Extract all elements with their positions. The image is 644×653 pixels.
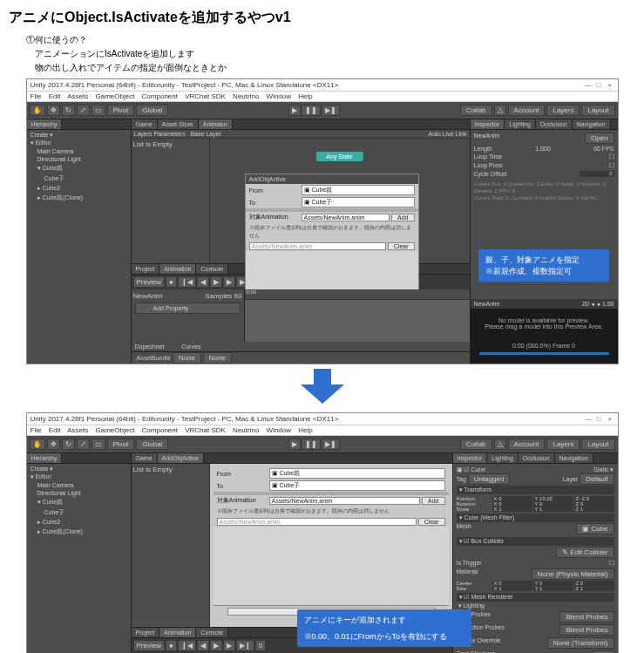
hierarchy-tab[interactable]: Hierarchy <box>27 119 63 129</box>
asset-bundle-dropdown[interactable]: None <box>173 352 201 364</box>
hierarchy-tab-2[interactable]: Hierarchy <box>27 453 63 463</box>
cycle-offset-field[interactable]: 0 <box>580 171 614 177</box>
global-toggle[interactable]: Global <box>136 439 168 450</box>
step-button[interactable]: ▶❚ <box>322 439 340 450</box>
maximize-button-2[interactable]: □ <box>594 415 603 423</box>
scene-editor[interactable]: ▾ Editor <box>31 139 127 147</box>
scale-tool-icon[interactable]: ⤢ <box>77 105 90 116</box>
play-button[interactable]: ▶ <box>288 105 301 116</box>
animation-tab[interactable]: Animation <box>159 264 196 274</box>
hand-tool-icon[interactable]: ✋ <box>30 439 45 450</box>
loop-pose-checkbox[interactable]: ☐ <box>609 162 614 169</box>
menu-vrcsdk[interactable]: VRChat SDK <box>185 92 226 100</box>
minimize-button[interactable]: — <box>584 81 593 89</box>
close-button[interactable]: × <box>606 81 614 89</box>
layers-button[interactable]: Layers <box>546 105 580 116</box>
occlusion-tab[interactable]: Occlusion <box>536 119 573 129</box>
from-field[interactable]: ▣ Cube親 <box>302 185 415 195</box>
pause-button[interactable]: ❚❚ <box>302 439 321 450</box>
animation-timeline[interactable]: 0:00 <box>245 289 470 342</box>
play-anim-icon[interactable]: ▶ <box>210 276 222 288</box>
preview-2d-toggle[interactable]: 2D <box>582 301 590 307</box>
loop-time-checkbox[interactable]: ☐ <box>609 153 614 160</box>
menu-window[interactable]: Window <box>267 92 291 100</box>
move-tool-icon[interactable]: ✥ <box>47 439 60 450</box>
layout-button[interactable]: Layout <box>581 105 614 116</box>
cloud-icon[interactable]: △ <box>494 439 506 450</box>
menu-file[interactable]: File <box>31 92 42 100</box>
edit-collider-button[interactable]: ✎ Edit Collider <box>556 547 613 558</box>
static-dropdown[interactable]: Static ▾ <box>593 466 613 473</box>
rotate-tool-icon[interactable]: ↻ <box>62 439 75 450</box>
global-toggle[interactable]: Global <box>136 105 168 116</box>
menu-component[interactable]: Component <box>142 92 178 100</box>
anim-extra-field[interactable]: Assets/NewAnim.anim <box>249 242 386 250</box>
clear-button[interactable]: Clear <box>388 242 415 250</box>
inspector-tab[interactable]: Inspector <box>471 119 505 129</box>
cloud-icon[interactable]: △ <box>494 105 506 116</box>
cube2-item[interactable]: ▸ Cube2 <box>31 184 127 193</box>
hand-tool-icon[interactable]: ✋ <box>30 105 45 116</box>
menu-edit[interactable]: Edit <box>49 92 61 100</box>
preview-button[interactable]: Preview <box>133 276 165 288</box>
create-dropdown[interactable]: Create ▾ <box>31 132 127 139</box>
rotate-tool-icon[interactable]: ↻ <box>62 105 75 116</box>
asset-variant-dropdown[interactable]: None <box>203 352 232 364</box>
first-frame-icon[interactable]: ❙◀ <box>178 276 196 288</box>
to-field[interactable]: ▣ Cube子 <box>302 197 415 207</box>
main-camera-item[interactable]: Main Camera <box>31 147 127 155</box>
obj-name[interactable]: Cube <box>471 466 485 473</box>
close-button-2[interactable]: × <box>606 415 614 423</box>
anim-clip-dropdown[interactable]: NewAnim <box>133 292 163 300</box>
collab-button[interactable]: Collab <box>460 105 492 116</box>
create-dropdown-2[interactable]: Create ▾ <box>31 466 127 473</box>
maximize-button[interactable]: □ <box>594 81 603 89</box>
cube-child-item[interactable]: Cube子 <box>31 173 127 184</box>
cube-parent-item[interactable]: ▾ Cube親 <box>31 163 127 173</box>
anim-path-field[interactable]: Assets/NewAnim.anim <box>302 214 390 221</box>
preview-scrubber[interactable] <box>479 352 609 355</box>
layers-button[interactable]: Layers <box>546 439 580 450</box>
transform-component[interactable]: ▾ Transform <box>457 486 614 494</box>
menu-help[interactable]: Help <box>298 92 312 100</box>
console-tab[interactable]: Console <box>196 264 228 274</box>
rect-tool-icon[interactable]: ▭ <box>92 105 105 116</box>
account-button[interactable]: Account <box>508 439 546 450</box>
curves-tab[interactable]: Curves <box>181 344 200 350</box>
parameters-tab[interactable]: Parameters <box>153 131 185 137</box>
menu-assets[interactable]: Assets <box>67 92 88 100</box>
menu-neutrino[interactable]: Neutrino <box>233 92 259 100</box>
directional-light-item[interactable]: Directional Light <box>31 155 127 163</box>
add-button[interactable]: Add <box>391 214 414 221</box>
menu-gameobject[interactable]: GameObject <box>95 92 134 100</box>
cube-clone-item[interactable]: ▸ Cube親(Clone) <box>31 193 127 203</box>
animation-preview[interactable]: No model is available for preview. Pleas… <box>471 309 618 364</box>
mesh-filter-component[interactable]: ▾ Cube (Mesh Filter) <box>457 514 614 522</box>
pause-button[interactable]: ❚❚ <box>302 105 321 116</box>
rect-tool-icon[interactable]: ▭ <box>92 439 105 450</box>
dopesheet-tab[interactable]: Dopesheet <box>135 344 165 350</box>
minimize-button-2[interactable]: — <box>584 415 593 423</box>
pivot-toggle[interactable]: Pivot <box>107 105 135 116</box>
animator-tab[interactable]: Animator <box>199 119 233 129</box>
layout-button[interactable]: Layout <box>581 439 614 450</box>
samples-value[interactable]: 60 <box>234 292 242 300</box>
prev-frame-icon[interactable]: ◀ <box>197 276 209 288</box>
box-collider-component[interactable]: ▾ ☑ Box Collider <box>457 537 614 546</box>
lighting-tab[interactable]: Lighting <box>505 119 536 129</box>
navigation-tab[interactable]: Navigation <box>573 119 611 129</box>
scale-tool-icon[interactable]: ⤢ <box>77 439 90 450</box>
next-frame-icon[interactable]: ▶ <box>223 276 235 288</box>
record-icon[interactable]: ● <box>166 276 177 288</box>
open-button[interactable]: Open <box>585 133 614 144</box>
game-tab[interactable]: Game <box>132 119 158 129</box>
project-tab[interactable]: Project <box>132 264 160 274</box>
move-tool-icon[interactable]: ✥ <box>47 105 60 116</box>
mesh-renderer-component[interactable]: ▾ ☑ Mesh Renderer <box>457 593 614 602</box>
add-property-button[interactable]: Add Property <box>135 303 241 314</box>
account-button[interactable]: Account <box>508 105 546 116</box>
step-button[interactable]: ▶❚ <box>322 105 340 116</box>
auto-live-link[interactable]: Auto Live Link <box>429 131 467 137</box>
layers-tab[interactable]: Layers <box>134 131 153 137</box>
any-state-node[interactable]: Any State <box>315 152 363 161</box>
